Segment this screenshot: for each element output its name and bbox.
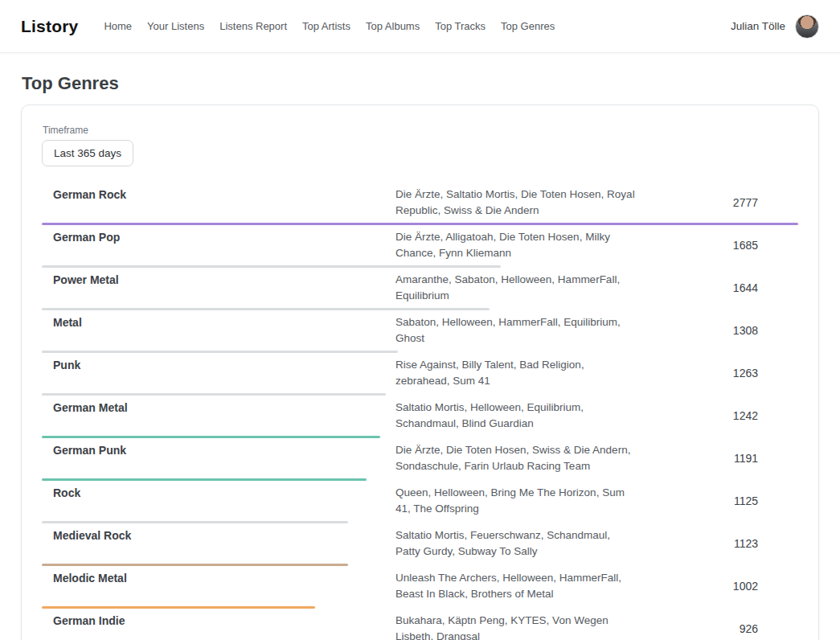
genre-row: German Metal Saltatio Mortis, Helloween,… (42, 396, 798, 438)
genre-name: German Indie (42, 613, 395, 629)
nav-item-top-genres[interactable]: Top Genres (501, 20, 555, 32)
genre-name: German Punk (42, 442, 395, 458)
user-name[interactable]: Julian Tölle (731, 20, 785, 32)
genre-name: German Rock (42, 187, 395, 203)
genre-row: Medieval Rock Saltatio Mortis, Feuerschw… (42, 523, 798, 566)
genre-count: 1123 (637, 537, 798, 550)
nav-item-top-artists[interactable]: Top Artists (302, 20, 350, 32)
genre-table: German Rock Die Ärzte, Saltatio Mortis, … (42, 183, 798, 640)
genre-name: Rock (42, 485, 395, 501)
nav-links: HomeYour ListensListens ReportTop Artist… (104, 20, 731, 32)
genre-artists: Die Ärzte, Saltatio Mortis, Die Toten Ho… (395, 187, 637, 219)
avatar[interactable] (795, 14, 819, 39)
genre-row: German Punk Die Ärzte, Die Toten Hosen, … (42, 438, 798, 481)
genre-name: German Metal (42, 400, 395, 416)
genre-count: 1308 (637, 324, 798, 337)
genre-row: German Pop Die Ärzte, Alligatoah, Die To… (42, 225, 798, 268)
genre-row: Punk Rise Against, Billy Talent, Bad Rel… (42, 353, 798, 396)
main-content: Top Genres Timeframe Last 365 days Germa… (0, 73, 840, 640)
genre-artists: Die Ärzte, Alligatoah, Die Toten Hosen, … (395, 229, 637, 261)
top-navbar: Listory HomeYour ListensListens ReportTo… (0, 0, 840, 53)
top-genres-card: Timeframe Last 365 days German Rock Die … (21, 105, 819, 640)
genre-name: Power Metal (42, 272, 395, 288)
genre-artists: Amaranthe, Sabaton, Helloween, HammerFal… (395, 272, 637, 304)
genre-count: 1242 (637, 409, 798, 422)
genre-row: Rock Queen, Helloween, Bring Me The Hori… (42, 481, 798, 523)
genre-count: 1191 (637, 452, 798, 465)
genre-artists: Saltatio Mortis, Feuerschwanz, Schandmau… (395, 527, 637, 560)
genre-count: 1644 (637, 281, 798, 294)
genre-row: Power Metal Amaranthe, Sabaton, Hellowee… (42, 268, 798, 310)
genre-count: 1685 (637, 239, 798, 252)
genre-name: Metal (42, 314, 395, 330)
genre-artists: Sabaton, Helloween, HammerFall, Equilibr… (395, 314, 637, 347)
genre-artists: Unleash The Archers, Helloween, HammerFa… (395, 570, 637, 602)
timeframe-label: Timeframe (43, 125, 798, 136)
page-title: Top Genres (22, 73, 819, 94)
genre-count: 1002 (637, 580, 798, 593)
nav-item-top-albums[interactable]: Top Albums (366, 20, 420, 32)
genre-name: Medieval Rock (42, 527, 395, 544)
genre-row: Melodic Metal Unleash The Archers, Hello… (42, 566, 798, 609)
genre-count: 1263 (637, 367, 798, 379)
genre-count: 1125 (637, 494, 798, 507)
genre-count: 2777 (637, 196, 798, 209)
genre-row: German Indie Bukahara, Käptn Peng, KYTES… (42, 609, 798, 640)
genre-artists: Saltatio Mortis, Helloween, Equilibrium,… (395, 400, 637, 432)
genre-artists: Bukahara, Käptn Peng, KYTES, Von Wegen L… (395, 613, 637, 640)
nav-user-area: Julian Tölle (731, 14, 819, 39)
genre-count: 926 (637, 622, 798, 635)
timeframe-select[interactable]: Last 365 days (42, 140, 133, 166)
genre-artists: Queen, Helloween, Bring Me The Horizon, … (395, 485, 637, 517)
genre-name: Punk (42, 357, 395, 373)
genre-name: German Pop (42, 229, 395, 245)
genre-row: German Rock Die Ärzte, Saltatio Mortis, … (42, 183, 798, 225)
genre-name: Melodic Metal (42, 570, 395, 586)
nav-item-home[interactable]: Home (104, 20, 132, 32)
nav-item-your-listens[interactable]: Your Listens (147, 20, 204, 32)
nav-item-top-tracks[interactable]: Top Tracks (435, 20, 486, 32)
genre-artists: Rise Against, Billy Talent, Bad Religion… (395, 357, 637, 389)
nav-item-listens-report[interactable]: Listens Report (219, 20, 287, 32)
genre-artists: Die Ärzte, Die Toten Hosen, Swiss & Die … (395, 442, 637, 474)
genre-row: Metal Sabaton, Helloween, HammerFall, Eq… (42, 310, 798, 353)
brand-logo[interactable]: Listory (21, 17, 78, 36)
